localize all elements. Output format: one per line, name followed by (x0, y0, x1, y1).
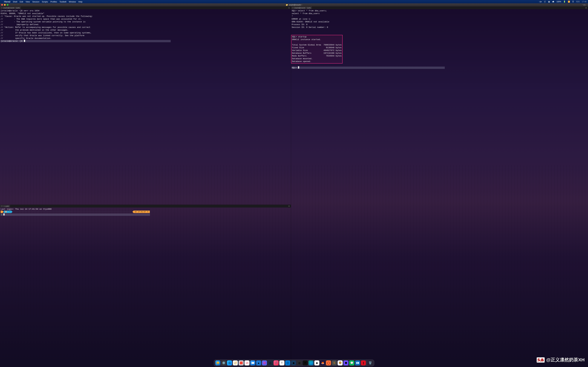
dock-icon-chrome-dev[interactable]: ◍ (297, 360, 302, 366)
dock-icon-safari[interactable]: 🧭 (233, 360, 238, 366)
dock-icon-trash[interactable]: 🗑️ (368, 360, 373, 366)
menu-view[interactable]: View (26, 1, 30, 3)
dock-icon-typora[interactable]: T (279, 360, 285, 366)
dock-icon-finder[interactable]: 😀 (216, 360, 220, 366)
menubar-time[interactable]: 17:48 (582, 1, 587, 3)
dock-icon-launchpad[interactable]: 🟥 (239, 360, 244, 366)
tabstrip-top-left: ✕ oracle@oracle:~ (ssh) ⊖ (0, 6, 291, 9)
menubar-status-area: ○|● 🍴 ▦ ☁️ 100% 🔋 📶 ☰ 周四 17:48 (539, 0, 587, 3)
terminal-right[interactable]: SQL> select * from dba_users; select * f… (291, 9, 588, 367)
dock-icon-appstore[interactable]: Ⓐ (227, 360, 232, 366)
window-titlebar[interactable]: 📁 oracle@oracle:~ ⌃⌘1 (0, 3, 588, 6)
menu-shell[interactable]: Shell (13, 1, 17, 3)
tabstrip-right: ✕ oracle@oracle:~ (ssh) ⊖ (291, 6, 588, 9)
tab-close-icon[interactable]: ✕ (1, 205, 2, 207)
pane-right[interactable]: ✕ oracle@oracle:~ (ssh) ⊖ SQL> select * … (291, 6, 588, 367)
menu-profiles[interactable]: Profiles (50, 1, 57, 3)
mac-dock: 😀⚙️Ⓐ🧭🟥14✉️▲🟣◎🎵T⟨⟩◆◍⌘🌐◉🦊◯S🦁⬢💬📧‖🗑️ (214, 359, 374, 366)
dock-icon-terminal[interactable]: ⌘ (303, 360, 308, 366)
tab-close-icon[interactable]: ✕ (1, 7, 2, 9)
dock-icon-brave[interactable]: 🦁 (338, 360, 343, 366)
window-zoom-button[interactable] (7, 4, 9, 6)
watermark: 头条 @正义凛然奶茶XH (537, 357, 585, 363)
dock-icon-calendar[interactable]: 14 (244, 360, 250, 366)
dock-icon-postman[interactable]: ◯ (326, 360, 331, 366)
battery-icon[interactable]: 🔋 (563, 1, 566, 3)
dock-icon-app5[interactable]: ‖ (361, 360, 366, 366)
menubar-day: 周四 (576, 0, 580, 3)
dock-icon-chrome[interactable]: ◉ (314, 360, 320, 366)
dock-icon-sublime[interactable]: S (332, 360, 337, 366)
pane-top-left[interactable]: ✕ oracle@oracle:~ (ssh) ⊖ [oracle@oracle… (0, 6, 291, 205)
terminal-top-left[interactable]: [oracle@oracle ~]$ oerr ora 1034 01034, … (0, 9, 291, 205)
mac-menubar: iTerm2 Shell Edit View Session Scripts P… (0, 0, 588, 3)
menu-toolbelt[interactable]: Toolbelt (60, 1, 66, 3)
cloud-icon[interactable]: ☁️ (552, 1, 554, 3)
dock-icon-app4[interactable]: ⬢ (344, 360, 348, 366)
tab-title: oracle@oracle:~ (ssh) (3, 7, 20, 9)
app-name-menu[interactable]: iTerm2 (4, 1, 10, 3)
window-minimize-button[interactable] (4, 4, 6, 6)
menu-session[interactable]: Session (32, 1, 39, 3)
pane-maximize-icon[interactable]: ⊖ (584, 7, 588, 9)
dock-icon-wechat[interactable]: 💬 (349, 360, 354, 366)
tab-bottom-left[interactable]: ✕ ~ (-zsh) (0, 205, 10, 208)
folder-icon: 📁 (286, 4, 288, 6)
dock-icon-settings[interactable]: ⚙️ (221, 360, 226, 366)
dock-icon-vscode[interactable]: ⟨⟩ (285, 360, 290, 366)
watermark-text: @正义凛然奶茶XH (546, 357, 585, 363)
dock-icon-app1[interactable]: ▲ (256, 360, 261, 366)
terminal-bottom-left[interactable]: Last login: Thu Jul 14 17:41:54 on ttys0… (0, 208, 291, 367)
dock-icon-firefox[interactable]: 🦊 (320, 360, 325, 366)
menu-edit[interactable]: Edit (20, 1, 23, 3)
tab-title: ~ (-zsh) (3, 205, 9, 207)
iterm-window: 📁 oracle@oracle:~ ⌃⌘1 ✕ oracle@oracle:~ … (0, 3, 588, 367)
traffic-light-buttons (1, 4, 9, 6)
control-center-icon[interactable]: ☰ (572, 1, 574, 3)
pane-maximize-icon[interactable]: ⊖ (287, 205, 291, 207)
tab-title: oracle@oracle:~ (ssh) (294, 7, 311, 9)
menu-scripts[interactable]: Scripts (42, 1, 48, 3)
tab-top-left[interactable]: ✕ oracle@oracle:~ (ssh) (0, 6, 21, 9)
dock-icon-edge[interactable]: 🌐 (309, 360, 314, 366)
battery-percent: 100% (556, 1, 561, 3)
dock-icon-app3[interactable]: ◆ (291, 360, 296, 366)
wifi-icon[interactable]: 📶 (568, 1, 570, 3)
menu-help[interactable]: Help (78, 1, 82, 3)
dashboard-icon[interactable]: ▦ (548, 1, 550, 3)
tabstrip-bottom-left: ✕ ~ (-zsh) ⊖ (0, 205, 291, 208)
dock-icon-music[interactable]: 🎵 (274, 360, 279, 366)
window-title: oracle@oracle:~ (289, 4, 302, 6)
dock-icon-app2[interactable]: ◎ (268, 360, 273, 366)
pane-bottom-left[interactable]: ✕ ~ (-zsh) ⊖ Last login: Thu Jul 14 17:4… (0, 205, 291, 367)
dock-icon-discord[interactable]: 🟣 (262, 360, 267, 366)
window-close-button[interactable] (1, 4, 3, 6)
status-icon[interactable]: ○|● (539, 1, 542, 3)
pane-maximize-icon[interactable]: ⊖ (287, 7, 291, 9)
utensils-icon[interactable]: 🍴 (544, 1, 546, 3)
dock-icon-mail[interactable]: ✉️ (250, 360, 255, 366)
tab-close-icon[interactable]: ✕ (292, 7, 294, 9)
tab-right[interactable]: ✕ oracle@oracle:~ (ssh) (291, 6, 312, 9)
watermark-logo: 头条 (537, 357, 545, 363)
window-shortcut-badge: ⌃⌘1 (582, 4, 586, 6)
menu-window[interactable]: Window (69, 1, 76, 3)
dock-icon-outlook[interactable]: 📧 (355, 360, 360, 366)
